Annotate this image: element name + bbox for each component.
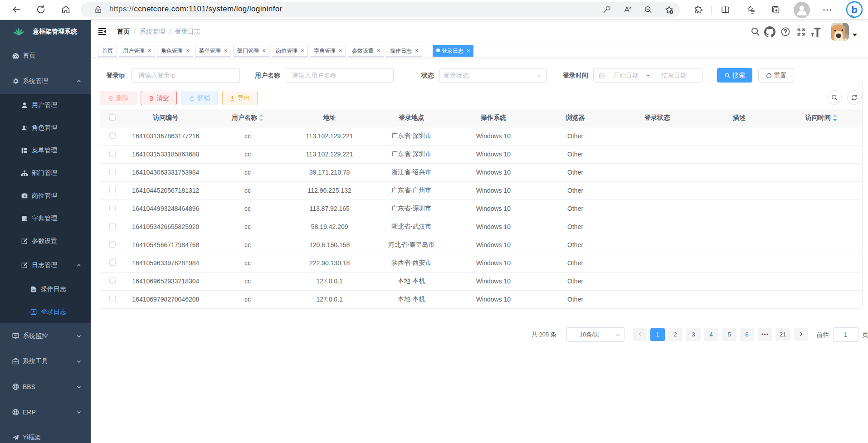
svg-text:b: b [851,4,857,15]
